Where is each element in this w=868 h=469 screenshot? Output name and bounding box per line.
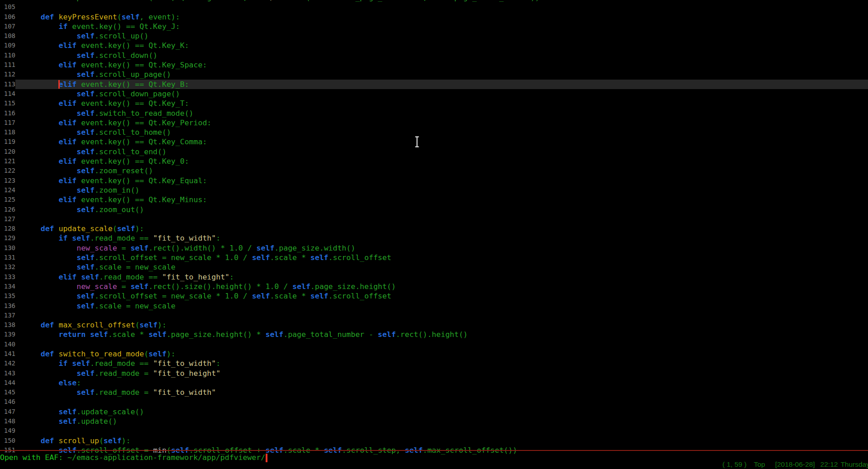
code-line[interactable]: 148 self.update(): [0, 417, 868, 426]
line-number: 140: [0, 340, 15, 349]
code-line[interactable]: 123 elif event.key() == Qt.Key_Equal:: [0, 176, 868, 185]
code-line[interactable]: 115 elif event.key() == Qt.Key_T:: [0, 99, 868, 108]
code-text: def update_scale(self):: [15, 224, 868, 233]
code-text: self.zoom_out(): [15, 205, 868, 214]
code-line[interactable]: 141 def switch_to_read_mode(self):: [0, 349, 868, 359]
line-number: 107: [0, 22, 15, 31]
line-number: 145: [0, 388, 15, 397]
code-line[interactable]: 138 def max_scroll_offset(self):: [0, 320, 868, 330]
line-number: 136: [0, 301, 15, 311]
code-line[interactable]: 119 elif event.key() == Qt.Key_Comma:: [0, 137, 868, 147]
code-text: elif self.read_mode == "fit_to_height":: [15, 272, 868, 282]
code-line[interactable]: 144 else:: [0, 378, 868, 388]
line-number: 115: [0, 99, 15, 108]
code-line[interactable]: 147 self.update_scale(): [0, 407, 868, 417]
code-line[interactable]: 150 def scroll_up(self):: [0, 436, 868, 445]
code-line[interactable]: 135 self.scroll_offset = new_scale * 1.0…: [0, 291, 868, 301]
line-number: 114: [0, 89, 15, 99]
code-text: elif event.key() == Qt.Key_B:: [15, 80, 868, 89]
code-line[interactable]: 149: [0, 426, 868, 436]
code-text: elif event.key() == Qt.Key_Comma:: [15, 137, 868, 147]
status-tray: ( 1, 59 )Top[2018-06-28]22:12Thursday: [722, 460, 868, 469]
minibuffer-cursor: [266, 454, 267, 462]
code-line[interactable]: 107 if event.key() == Qt.Key_J:: [0, 22, 868, 31]
line-number: 112: [0, 70, 15, 79]
code-text: new_scale = self.rect().width() * 1.0 / …: [15, 243, 868, 253]
line-number: 146: [0, 397, 15, 407]
code-line[interactable]: 108 self.scroll_up(): [0, 31, 868, 41]
code-line[interactable]: 139 return self.scale * self.page_size.h…: [0, 330, 868, 339]
code-line[interactable]: 127: [0, 214, 868, 224]
code-line[interactable]: 132 self.scale = new_scale: [0, 262, 868, 272]
status-weekday: Thursday: [840, 460, 868, 468]
code-line[interactable]: 116 self.switch_to_read_mode(): [0, 109, 868, 118]
code-text: elif event.key() == Qt.Key_Space:: [15, 60, 868, 70]
code-text: self.scroll_to_end(): [15, 147, 868, 156]
code-line[interactable]: 111 elif event.key() == Qt.Key_Space:: [0, 60, 868, 70]
code-line[interactable]: 129 if self.read_mode == "fit_to_width":: [0, 233, 868, 243]
code-text: self.read_mode = "fit_to_height": [15, 369, 868, 378]
line-number: 147: [0, 407, 15, 417]
code-line[interactable]: 130 new_scale = self.rect().width() * 1.…: [0, 243, 868, 253]
code-line[interactable]: 120 self.scroll_to_end(): [0, 147, 868, 156]
line-number: 141: [0, 349, 15, 359]
text-cursor: [58, 80, 60, 89]
code-line[interactable]: 117 elif event.key() == Qt.Key_Period:: [0, 118, 868, 128]
code-line[interactable]: 109 elif event.key() == Qt.Key_K:: [0, 41, 868, 50]
code-line[interactable]: 136 self.scale = new_scale: [0, 301, 868, 311]
code-line[interactable]: 105: [0, 2, 868, 12]
code-line[interactable]: 118 self.scroll_to_home(): [0, 128, 868, 137]
code-line[interactable]: 142 if self.read_mode == "fit_to_width":: [0, 359, 868, 368]
code-line[interactable]: 110 self.scroll_down(): [0, 51, 868, 60]
line-number: 109: [0, 41, 15, 50]
code-line[interactable]: 145 self.read_mode = "fit_to_width": [0, 388, 868, 397]
minibuffer-input[interactable]: ~/emacs-application-framework/app/pdfvie…: [67, 453, 265, 462]
status-time: 22:12: [820, 460, 838, 468]
code-line[interactable]: 134 new_scale = self.rect().size().heigh…: [0, 282, 868, 291]
code-line[interactable]: 126 self.zoom_out(): [0, 205, 868, 214]
code-line[interactable]: 121 elif event.key() == Qt.Key_0:: [0, 156, 868, 166]
code-line[interactable]: 122 self.zoom_reset(): [0, 166, 868, 175]
code-text: self.scroll_down(): [15, 51, 868, 60]
code-text: [15, 2, 868, 12]
code-line[interactable]: 128 def update_scale(self):: [0, 224, 868, 233]
line-number: 134: [0, 282, 15, 291]
code-text: self.update_scale(): [15, 407, 868, 417]
code-line[interactable]: 143 self.read_mode = "fit_to_height": [0, 369, 868, 378]
line-number: 111: [0, 60, 15, 70]
code-text: else:: [15, 378, 868, 388]
line-number: 142: [0, 359, 15, 368]
code-text: self.scroll_offset = new_scale * 1.0 / s…: [15, 253, 868, 262]
code-text: [15, 311, 868, 320]
code-line[interactable]: 140: [0, 340, 868, 349]
code-line[interactable]: 124 self.zoom_in(): [0, 185, 868, 195]
code-line[interactable]: 125 elif event.key() == Qt.Key_Minus:: [0, 195, 868, 204]
code-line[interactable]: 112 self.scroll_up_page(): [0, 70, 868, 79]
code-text: def keyPressEvent(self, event):: [15, 12, 868, 22]
line-number: 105: [0, 2, 15, 12]
line-number: 143: [0, 369, 15, 378]
line-number: 149: [0, 426, 15, 436]
line-number: 131: [0, 253, 15, 262]
code-line[interactable]: 133 elif self.read_mode == "fit_to_heigh…: [0, 272, 868, 282]
line-number: 129: [0, 233, 15, 243]
code-text: elif event.key() == Qt.Key_Equal:: [15, 176, 868, 185]
code-line[interactable]: 114 self.scroll_down_page(): [0, 89, 868, 99]
code-text: [15, 340, 868, 349]
code-text: def switch_to_read_mode(self):: [15, 349, 868, 359]
code-text: self.scroll_up_page(): [15, 70, 868, 79]
line-number: 148: [0, 417, 15, 426]
code-text: self.scroll_down_page(): [15, 89, 868, 99]
code-line[interactable]: 106 def keyPressEvent(self, event):: [0, 12, 868, 22]
code-text: self.scale = new_scale: [15, 262, 868, 272]
code-line[interactable]: 113 elif event.key() == Qt.Key_B:: [0, 80, 868, 89]
line-number: 150: [0, 436, 15, 445]
line-number: 127: [0, 214, 15, 224]
code-line[interactable]: 137: [0, 311, 868, 320]
line-number: 124: [0, 185, 15, 195]
code-line[interactable]: 131 self.scroll_offset = new_scale * 1.0…: [0, 253, 868, 262]
line-number: 116: [0, 109, 15, 118]
scroll-position: Top: [754, 460, 765, 468]
code-line[interactable]: 146: [0, 397, 868, 407]
code-text: elif event.key() == Qt.Key_K:: [15, 41, 868, 50]
